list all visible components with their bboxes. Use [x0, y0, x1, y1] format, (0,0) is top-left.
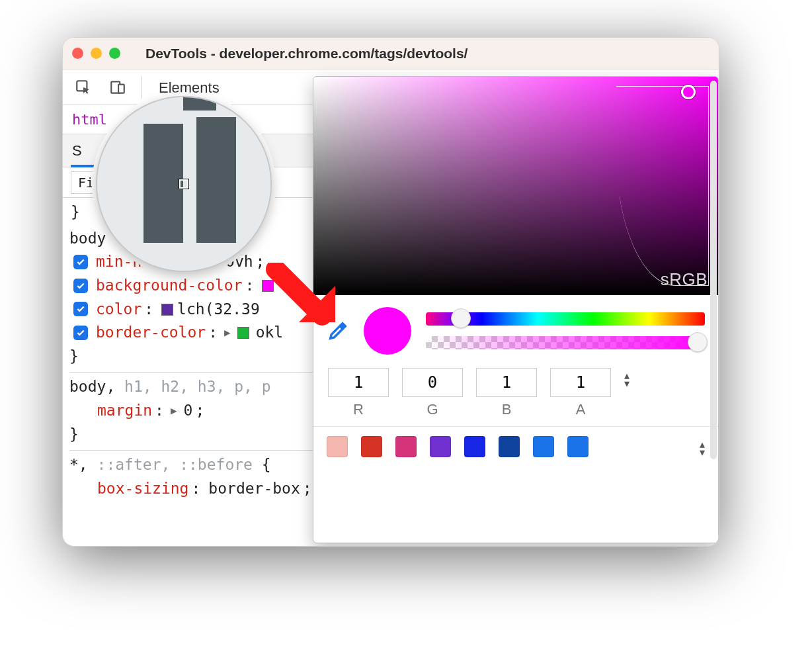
- traffic-lights: [72, 48, 120, 59]
- breadcrumb-node: html: [72, 111, 107, 128]
- toggle-checkbox-icon[interactable]: [73, 255, 88, 269]
- palette-swatch[interactable]: [327, 436, 348, 457]
- slider-thumb[interactable]: [688, 332, 708, 352]
- gamut-boundary-icon: [616, 86, 709, 286]
- channel-g-input[interactable]: [402, 368, 463, 397]
- channel-inputs: R G B A ▴▾: [313, 361, 718, 426]
- expand-triangle-icon[interactable]: ▶: [224, 325, 231, 341]
- window-title: DevTools - developer.chrome.com/tags/dev…: [145, 46, 467, 62]
- color-swatch-icon[interactable]: [161, 304, 173, 316]
- channel-b-input[interactable]: [476, 368, 537, 397]
- current-color-swatch: [364, 307, 411, 355]
- toggle-checkbox-icon[interactable]: [73, 279, 88, 293]
- subtab-styles-fragment[interactable]: S: [72, 142, 82, 159]
- scrollbar[interactable]: [710, 81, 717, 459]
- titlebar[interactable]: DevTools - developer.chrome.com/tags/dev…: [63, 38, 719, 69]
- annotation-arrow-icon: [263, 263, 348, 335]
- magnifier-target-icon: [179, 179, 188, 189]
- palette-swatch[interactable]: [567, 436, 589, 457]
- zoom-window-icon[interactable]: [109, 48, 120, 59]
- palette-swatch[interactable]: [533, 436, 554, 457]
- channel-label: G: [426, 401, 438, 418]
- gamut-label: sRGB: [661, 269, 708, 290]
- channel-label: B: [502, 401, 512, 418]
- toggle-checkbox-icon[interactable]: [73, 302, 88, 316]
- device-toggle-icon[interactable]: [106, 76, 129, 99]
- spectrum-knob[interactable]: [681, 85, 696, 99]
- devtools-window: DevTools - developer.chrome.com/tags/dev…: [62, 37, 719, 547]
- color-palette: ▴▾: [313, 426, 718, 467]
- palette-swatch[interactable]: [430, 436, 451, 457]
- alpha-slider[interactable]: [426, 336, 705, 349]
- channel-r-input[interactable]: [328, 368, 389, 397]
- channel-label: A: [576, 401, 586, 418]
- svg-rect-2: [118, 84, 124, 93]
- divider: [141, 76, 142, 99]
- eyedropper-magnifier[interactable]: [96, 96, 272, 272]
- palette-swatch[interactable]: [361, 436, 382, 457]
- palette-swatch[interactable]: [395, 436, 417, 457]
- expand-triangle-icon[interactable]: ▶: [171, 403, 177, 420]
- channel-label: R: [353, 401, 364, 418]
- color-mode-stepper-icon[interactable]: ▴▾: [624, 372, 629, 388]
- color-swatch-icon[interactable]: [237, 327, 249, 339]
- hue-slider[interactable]: [426, 312, 705, 326]
- palette-swatch[interactable]: [499, 436, 520, 457]
- channel-a-input[interactable]: [550, 368, 611, 397]
- toggle-checkbox-icon[interactable]: [73, 326, 88, 340]
- palette-swatch[interactable]: [464, 436, 485, 457]
- minimize-window-icon[interactable]: [91, 48, 102, 59]
- slider-thumb[interactable]: [451, 308, 471, 328]
- inspect-element-icon[interactable]: [72, 76, 95, 99]
- color-picker-popover: sRGB R: [313, 76, 719, 543]
- color-spectrum[interactable]: sRGB: [313, 77, 718, 295]
- close-window-icon[interactable]: [72, 48, 83, 59]
- palette-stepper-icon[interactable]: ▴▾: [700, 441, 705, 457]
